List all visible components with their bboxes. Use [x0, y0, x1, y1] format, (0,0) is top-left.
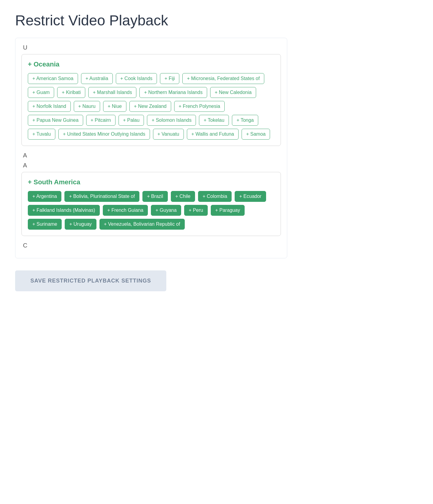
tag-northern-mariana-islands[interactable]: + Northern Mariana Islands [139, 87, 207, 98]
tag-vanuatu[interactable]: + Vanuatu [153, 129, 184, 140]
save-restricted-playback-button[interactable]: SAVE RESTRICTED PLAYBACK SETTINGS [15, 270, 166, 291]
partial-label-top: U [21, 44, 281, 51]
south-america-tags: + Argentina + Bolivia, Plurinational Sta… [28, 191, 275, 230]
tag-nauru[interactable]: + Nauru [74, 101, 100, 112]
tag-micronesia[interactable]: + Micronesia, Federated States of [182, 73, 264, 84]
tag-guam[interactable]: + Guam [28, 87, 54, 98]
tag-niue[interactable]: + Niue [103, 101, 126, 112]
page-title: Restrict Video Playback [15, 12, 418, 29]
tag-american-samoa[interactable]: + American Samoa [28, 73, 78, 84]
tag-tonga[interactable]: + Tonga [232, 115, 258, 126]
tag-fiji[interactable]: + Fiji [160, 73, 179, 84]
tag-guyana[interactable]: + Guyana [151, 205, 181, 216]
tag-paraguay[interactable]: + Paraguay [211, 205, 245, 216]
oceania-region-title[interactable]: + Oceania [28, 60, 275, 68]
tag-tuvalu[interactable]: + Tuvalu [28, 129, 55, 140]
tag-cook-islands[interactable]: + Cook Islands [116, 73, 157, 84]
tag-pitcairn[interactable]: + Pitcairn [86, 115, 116, 126]
tag-papua-new-guinea[interactable]: + Papua New Guinea [28, 115, 83, 126]
oceania-tags: + American Samoa + Australia + Cook Isla… [28, 73, 275, 140]
tag-marshall-islands[interactable]: + Marshall Islands [88, 87, 136, 98]
tag-chile[interactable]: + Chile [171, 191, 195, 202]
tag-suriname[interactable]: + Suriname [28, 219, 62, 230]
south-america-region-title[interactable]: + South America [28, 178, 275, 186]
tag-palau[interactable]: + Palau [119, 115, 144, 126]
tag-australia[interactable]: + Australia [81, 73, 113, 84]
tag-kiribati[interactable]: + Kiribati [57, 87, 85, 98]
tag-argentina[interactable]: + Argentina [28, 191, 61, 202]
tag-samoa[interactable]: + Samoa [242, 129, 270, 140]
tag-tokelau[interactable]: + Tokelau [199, 115, 229, 126]
tag-new-caledonia[interactable]: + New Caledonia [210, 87, 256, 98]
tag-us-minor-outlying-islands[interactable]: + United States Minor Outlying Islands [58, 129, 150, 140]
partial-label-mid2: A [21, 162, 281, 169]
tag-solomon-islands[interactable]: + Solomon Islands [147, 115, 196, 126]
tag-norfolk-island[interactable]: + Norfolk Island [28, 101, 71, 112]
partial-label-mid1: A [21, 152, 281, 159]
tag-peru[interactable]: + Peru [184, 205, 208, 216]
tag-venezuela[interactable]: + Venezuela, Bolivarian Republic of [99, 219, 185, 230]
tag-wallis-and-futuna[interactable]: + Wallis and Futuna [187, 129, 239, 140]
south-america-region-box: + South America + Argentina + Bolivia, P… [21, 172, 281, 236]
tag-french-guiana[interactable]: + French Guiana [103, 205, 148, 216]
tag-new-zealand[interactable]: + New Zealand [129, 101, 171, 112]
regions-scroll-container[interactable]: U + Oceania + American Samoa + Australia… [15, 38, 287, 258]
tag-bolivia[interactable]: + Bolivia, Plurinational State of [64, 191, 139, 202]
partial-label-bottom: C [21, 242, 281, 249]
tag-brazil[interactable]: + Brazil [142, 191, 168, 202]
tag-colombia[interactable]: + Colombia [198, 191, 232, 202]
tag-falkland-islands[interactable]: + Falkland Islands (Malvinas) [28, 205, 100, 216]
tag-uruguay[interactable]: + Uruguay [65, 219, 96, 230]
tag-french-polynesia[interactable]: + French Polynesia [174, 101, 225, 112]
tag-ecuador[interactable]: + Ecuador [235, 191, 266, 202]
oceania-region-box: + Oceania + American Samoa + Australia +… [21, 54, 281, 146]
